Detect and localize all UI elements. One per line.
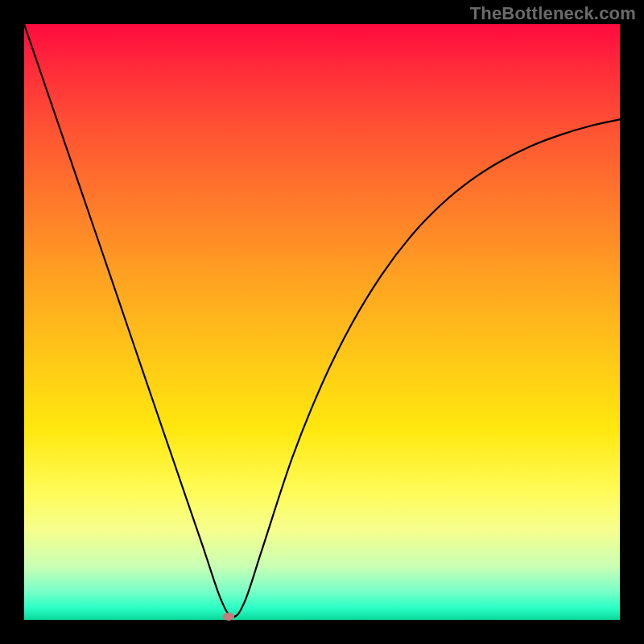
bottleneck-curve <box>24 24 620 617</box>
curve-layer <box>24 24 620 620</box>
watermark-text: TheBottleneck.com <box>470 3 636 24</box>
plot-area <box>24 24 620 620</box>
optimal-point-marker <box>223 613 234 621</box>
chart-frame: TheBottleneck.com <box>0 0 644 644</box>
